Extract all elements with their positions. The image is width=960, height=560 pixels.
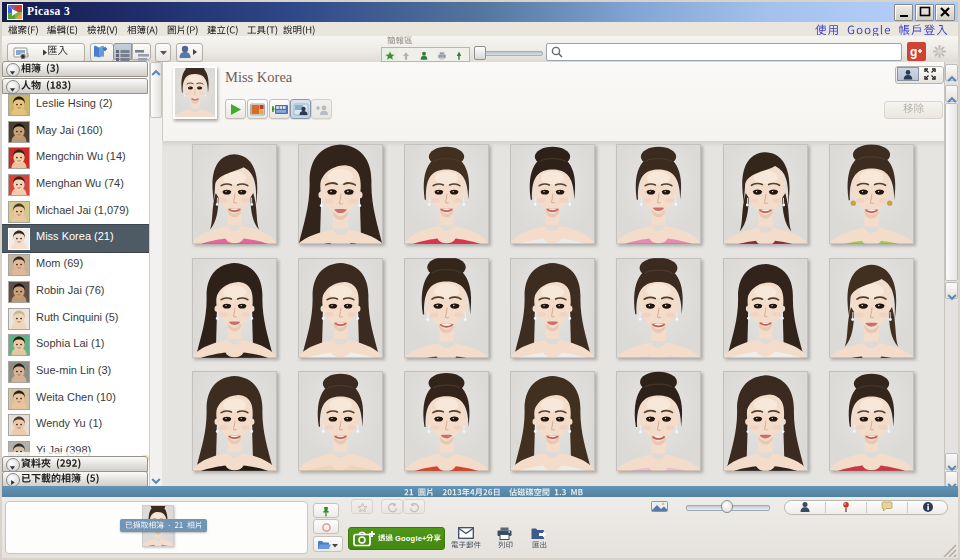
svg-text:g: g <box>910 45 917 59</box>
